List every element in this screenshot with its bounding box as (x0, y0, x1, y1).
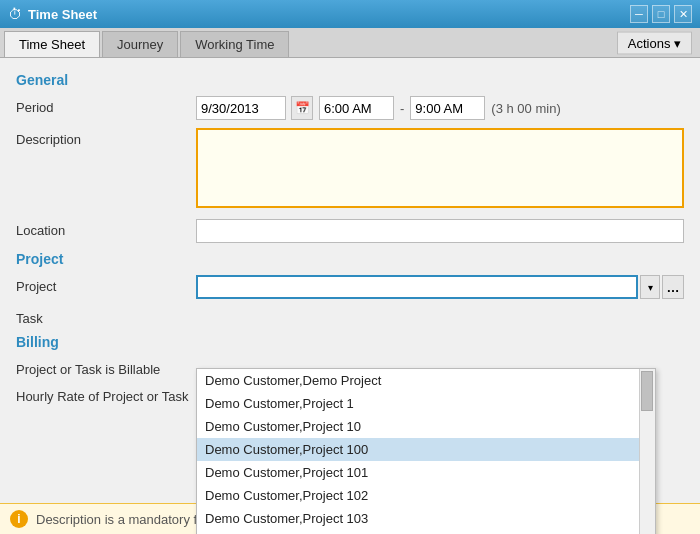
tab-workingtime[interactable]: Working Time (180, 31, 289, 57)
description-textarea[interactable] (196, 128, 684, 208)
project-dropdown-icon[interactable]: ▾ (640, 275, 660, 299)
calendar-icon[interactable]: 📅 (291, 96, 313, 120)
period-control: 📅 - (3 h 00 min) (196, 96, 684, 120)
project-section-title: Project (16, 251, 684, 267)
tab-journey[interactable]: Journey (102, 31, 178, 57)
period-row: Period 📅 - (3 h 00 min) (16, 96, 684, 120)
project-row: Project ▾ … (16, 275, 684, 299)
info-text: Description is a mandatory fie (36, 512, 207, 527)
date-input[interactable] (196, 96, 286, 120)
dropdown-item[interactable]: Demo Customer,Project 100 (197, 438, 655, 461)
location-input[interactable] (196, 219, 684, 243)
window-title: Time Sheet (28, 7, 624, 22)
actions-button[interactable]: Actions ▾ (617, 31, 692, 54)
task-label: Task (16, 307, 196, 326)
dropdown-item[interactable]: Demo Customer,Project 104 (197, 530, 655, 534)
project-label: Project (16, 275, 196, 294)
dropdown-item[interactable]: Demo Customer,Demo Project (197, 369, 655, 392)
period-label: Period (16, 96, 196, 115)
description-label: Description (16, 128, 196, 147)
project-input[interactable] (196, 275, 638, 299)
dropdown-item[interactable]: Demo Customer,Project 1 (197, 392, 655, 415)
location-label: Location (16, 219, 196, 238)
duration-display: (3 h 00 min) (491, 101, 560, 116)
description-control (196, 128, 684, 211)
dropdown-items-container: Demo Customer,Demo ProjectDemo Customer,… (197, 369, 655, 534)
end-time-input[interactable] (410, 96, 485, 120)
hourly-rate-label: Hourly Rate of Project or Task (16, 385, 196, 404)
info-icon: i (10, 510, 28, 528)
location-row: Location (16, 219, 684, 243)
description-row: Description (16, 128, 684, 211)
location-control (196, 219, 684, 243)
window-controls: ─ □ ✕ (630, 5, 692, 23)
task-row: Task (16, 307, 684, 326)
app-icon: ⏱ (8, 6, 22, 22)
billable-label: Project or Task is Billable (16, 358, 196, 377)
general-section-title: General (16, 72, 684, 88)
project-browse-button[interactable]: … (662, 275, 684, 299)
time-separator: - (400, 101, 404, 116)
tab-bar: Time Sheet Journey Working Time Actions … (0, 28, 700, 58)
billing-section-title: Billing (16, 334, 684, 350)
main-content: General Period 📅 - (3 h 00 min) Descript… (0, 58, 700, 534)
minimize-button[interactable]: ─ (630, 5, 648, 23)
close-button[interactable]: ✕ (674, 5, 692, 23)
dropdown-item[interactable]: Demo Customer,Project 103 (197, 507, 655, 530)
maximize-button[interactable]: □ (652, 5, 670, 23)
title-bar: ⏱ Time Sheet ─ □ ✕ (0, 0, 700, 28)
scrollbar-thumb[interactable] (641, 371, 653, 411)
dropdown-item[interactable]: Demo Customer,Project 101 (197, 461, 655, 484)
dropdown-item[interactable]: Demo Customer,Project 10 (197, 415, 655, 438)
tab-timesheet[interactable]: Time Sheet (4, 31, 100, 57)
project-dropdown-list: Demo Customer,Demo ProjectDemo Customer,… (196, 368, 656, 534)
start-time-input[interactable] (319, 96, 394, 120)
dropdown-scrollbar[interactable] (639, 369, 655, 534)
dropdown-item[interactable]: Demo Customer,Project 102 (197, 484, 655, 507)
project-control: ▾ … (196, 275, 684, 299)
